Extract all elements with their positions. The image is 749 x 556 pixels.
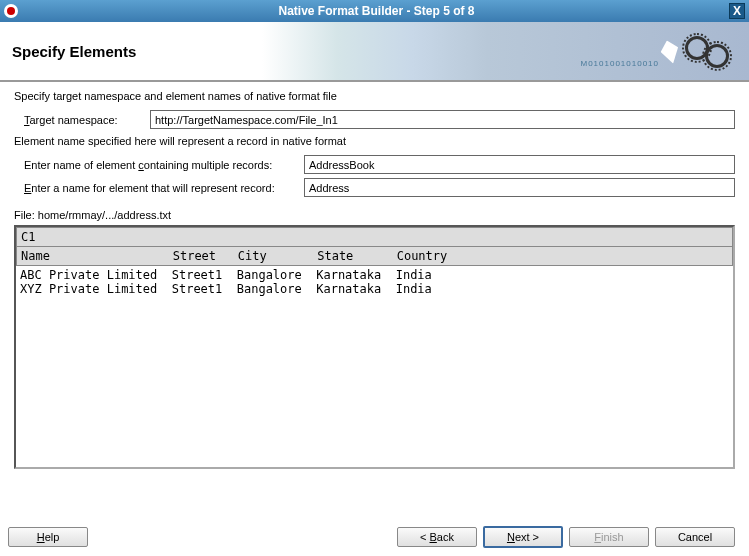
close-icon[interactable]: X [729, 3, 745, 19]
namespace-input[interactable] [150, 110, 735, 129]
instruction-text: Specify target namespace and element nam… [14, 90, 735, 102]
footer: Help < Back Next > Finish Cancel [0, 520, 749, 554]
container-row: Enter name of element containing multipl… [14, 155, 735, 174]
help-button[interactable]: Help [8, 527, 88, 547]
record-input[interactable] [304, 178, 735, 197]
content-area: Specify target namespace and element nam… [0, 82, 749, 520]
namespace-row: Target namespace: [14, 110, 735, 129]
wizard-header: Specify Elements M0101001010010 [0, 22, 749, 82]
kite-icon [658, 38, 682, 66]
binary-text: M0101001010010 [580, 59, 659, 68]
record-row: Enter a name for element that will repre… [14, 178, 735, 197]
page-title: Specify Elements [12, 43, 136, 60]
file-path-label: File: home/rmmay/.../address.txt [14, 209, 735, 221]
preview-box: C1 Name Street City State Country ABC Pr… [14, 225, 735, 469]
cancel-button[interactable]: Cancel [655, 527, 735, 547]
container-input[interactable] [304, 155, 735, 174]
table-row[interactable]: ABC Private Limited Street1 Bangalore Ka… [20, 268, 729, 282]
preview-columns: Name Street City State Country [16, 247, 733, 266]
namespace-label: Target namespace: [14, 114, 150, 126]
finish-button: Finish [569, 527, 649, 547]
titlebar: Native Format Builder - Step 5 of 8 X [0, 0, 749, 22]
record-label: Enter a name for element that will repre… [14, 182, 304, 194]
subtext: Element name specified here will represe… [14, 135, 735, 147]
preview-data[interactable]: ABC Private Limited Street1 Bangalore Ka… [16, 266, 733, 467]
app-icon [4, 4, 18, 18]
next-button[interactable]: Next > [483, 526, 563, 548]
preview-group-header[interactable]: C1 [16, 227, 733, 247]
back-button[interactable]: < Back [397, 527, 477, 547]
table-row[interactable]: XYZ Private Limited Street1 Bangalore Ka… [20, 282, 729, 296]
gear-icon [705, 44, 729, 68]
window-title: Native Format Builder - Step 5 of 8 [24, 4, 729, 18]
container-label: Enter name of element containing multipl… [14, 159, 304, 171]
header-decoration: M0101001010010 [639, 30, 729, 74]
